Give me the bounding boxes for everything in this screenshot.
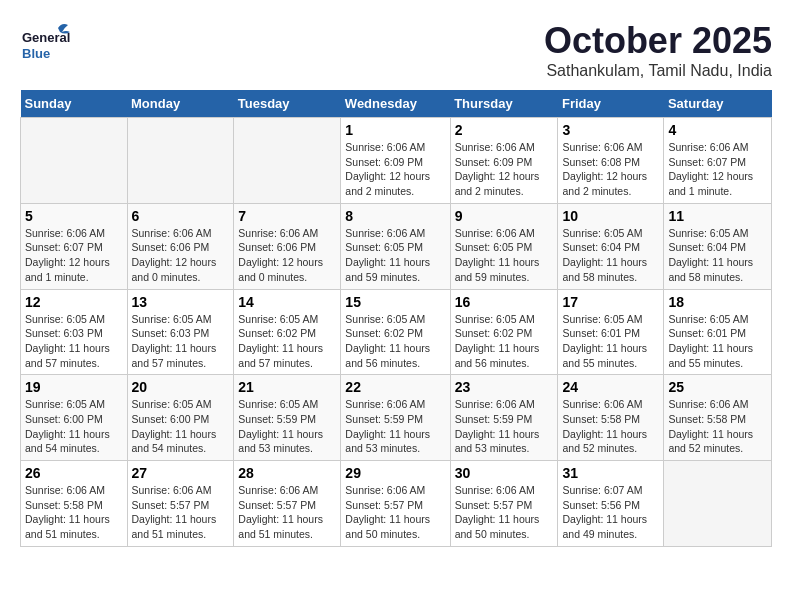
header-wednesday: Wednesday [341,90,450,118]
day-number: 2 [455,122,554,138]
day-cell: 24Sunrise: 6:06 AM Sunset: 5:58 PM Dayli… [558,375,664,461]
day-cell: 7Sunrise: 6:06 AM Sunset: 6:06 PM Daylig… [234,203,341,289]
day-number: 10 [562,208,659,224]
day-cell [234,118,341,204]
day-number: 26 [25,465,123,481]
day-number: 1 [345,122,445,138]
day-number: 19 [25,379,123,395]
day-cell [21,118,128,204]
day-cell: 21Sunrise: 6:05 AM Sunset: 5:59 PM Dayli… [234,375,341,461]
week-row-2: 5Sunrise: 6:06 AM Sunset: 6:07 PM Daylig… [21,203,772,289]
day-cell: 15Sunrise: 6:05 AM Sunset: 6:02 PM Dayli… [341,289,450,375]
header-sunday: Sunday [21,90,128,118]
day-cell: 26Sunrise: 6:06 AM Sunset: 5:58 PM Dayli… [21,461,128,547]
day-info: Sunrise: 6:06 AM Sunset: 5:58 PM Dayligh… [25,483,123,542]
title-block: October 2025 Sathankulam, Tamil Nadu, In… [544,20,772,80]
header-tuesday: Tuesday [234,90,341,118]
day-number: 3 [562,122,659,138]
day-info: Sunrise: 6:06 AM Sunset: 5:57 PM Dayligh… [238,483,336,542]
day-number: 6 [132,208,230,224]
header-monday: Monday [127,90,234,118]
day-number: 21 [238,379,336,395]
day-cell: 22Sunrise: 6:06 AM Sunset: 5:59 PM Dayli… [341,375,450,461]
day-info: Sunrise: 6:06 AM Sunset: 6:07 PM Dayligh… [25,226,123,285]
day-cell: 3Sunrise: 6:06 AM Sunset: 6:08 PM Daylig… [558,118,664,204]
month-title: October 2025 [544,20,772,62]
day-info: Sunrise: 6:06 AM Sunset: 6:09 PM Dayligh… [345,140,445,199]
day-cell: 31Sunrise: 6:07 AM Sunset: 5:56 PM Dayli… [558,461,664,547]
day-number: 30 [455,465,554,481]
day-info: Sunrise: 6:06 AM Sunset: 5:57 PM Dayligh… [345,483,445,542]
day-number: 14 [238,294,336,310]
day-cell: 20Sunrise: 6:05 AM Sunset: 6:00 PM Dayli… [127,375,234,461]
day-cell: 19Sunrise: 6:05 AM Sunset: 6:00 PM Dayli… [21,375,128,461]
weekday-header-row: SundayMondayTuesdayWednesdayThursdayFrid… [21,90,772,118]
day-number: 12 [25,294,123,310]
day-info: Sunrise: 6:06 AM Sunset: 6:05 PM Dayligh… [345,226,445,285]
day-info: Sunrise: 6:06 AM Sunset: 6:07 PM Dayligh… [668,140,767,199]
day-number: 22 [345,379,445,395]
day-info: Sunrise: 6:06 AM Sunset: 5:57 PM Dayligh… [132,483,230,542]
day-info: Sunrise: 6:05 AM Sunset: 6:00 PM Dayligh… [25,397,123,456]
day-cell: 16Sunrise: 6:05 AM Sunset: 6:02 PM Dayli… [450,289,558,375]
day-number: 27 [132,465,230,481]
day-cell: 17Sunrise: 6:05 AM Sunset: 6:01 PM Dayli… [558,289,664,375]
day-number: 7 [238,208,336,224]
calendar-table: SundayMondayTuesdayWednesdayThursdayFrid… [20,90,772,547]
day-info: Sunrise: 6:06 AM Sunset: 5:57 PM Dayligh… [455,483,554,542]
logo: General Blue [20,20,70,74]
day-info: Sunrise: 6:05 AM Sunset: 6:02 PM Dayligh… [455,312,554,371]
day-number: 11 [668,208,767,224]
location: Sathankulam, Tamil Nadu, India [544,62,772,80]
day-info: Sunrise: 6:05 AM Sunset: 6:02 PM Dayligh… [238,312,336,371]
day-cell: 2Sunrise: 6:06 AM Sunset: 6:09 PM Daylig… [450,118,558,204]
day-number: 13 [132,294,230,310]
day-number: 29 [345,465,445,481]
day-info: Sunrise: 6:06 AM Sunset: 6:06 PM Dayligh… [238,226,336,285]
week-row-1: 1Sunrise: 6:06 AM Sunset: 6:09 PM Daylig… [21,118,772,204]
day-cell: 1Sunrise: 6:06 AM Sunset: 6:09 PM Daylig… [341,118,450,204]
day-cell: 13Sunrise: 6:05 AM Sunset: 6:03 PM Dayli… [127,289,234,375]
day-info: Sunrise: 6:06 AM Sunset: 5:58 PM Dayligh… [668,397,767,456]
day-cell: 8Sunrise: 6:06 AM Sunset: 6:05 PM Daylig… [341,203,450,289]
day-number: 24 [562,379,659,395]
day-info: Sunrise: 6:05 AM Sunset: 6:03 PM Dayligh… [25,312,123,371]
day-info: Sunrise: 6:06 AM Sunset: 5:59 PM Dayligh… [455,397,554,456]
day-info: Sunrise: 6:06 AM Sunset: 5:58 PM Dayligh… [562,397,659,456]
day-info: Sunrise: 6:06 AM Sunset: 6:09 PM Dayligh… [455,140,554,199]
day-number: 31 [562,465,659,481]
day-number: 25 [668,379,767,395]
day-info: Sunrise: 6:05 AM Sunset: 6:04 PM Dayligh… [668,226,767,285]
day-cell: 25Sunrise: 6:06 AM Sunset: 5:58 PM Dayli… [664,375,772,461]
day-number: 20 [132,379,230,395]
day-info: Sunrise: 6:05 AM Sunset: 6:00 PM Dayligh… [132,397,230,456]
day-cell: 28Sunrise: 6:06 AM Sunset: 5:57 PM Dayli… [234,461,341,547]
day-cell: 18Sunrise: 6:05 AM Sunset: 6:01 PM Dayli… [664,289,772,375]
day-number: 15 [345,294,445,310]
day-cell: 12Sunrise: 6:05 AM Sunset: 6:03 PM Dayli… [21,289,128,375]
day-info: Sunrise: 6:06 AM Sunset: 5:59 PM Dayligh… [345,397,445,456]
day-number: 5 [25,208,123,224]
day-number: 17 [562,294,659,310]
day-cell: 30Sunrise: 6:06 AM Sunset: 5:57 PM Dayli… [450,461,558,547]
day-number: 16 [455,294,554,310]
day-cell: 14Sunrise: 6:05 AM Sunset: 6:02 PM Dayli… [234,289,341,375]
week-row-3: 12Sunrise: 6:05 AM Sunset: 6:03 PM Dayli… [21,289,772,375]
header-saturday: Saturday [664,90,772,118]
day-number: 23 [455,379,554,395]
day-info: Sunrise: 6:06 AM Sunset: 6:06 PM Dayligh… [132,226,230,285]
day-info: Sunrise: 6:05 AM Sunset: 6:01 PM Dayligh… [562,312,659,371]
day-cell: 29Sunrise: 6:06 AM Sunset: 5:57 PM Dayli… [341,461,450,547]
day-info: Sunrise: 6:07 AM Sunset: 5:56 PM Dayligh… [562,483,659,542]
day-number: 28 [238,465,336,481]
day-cell: 5Sunrise: 6:06 AM Sunset: 6:07 PM Daylig… [21,203,128,289]
day-number: 18 [668,294,767,310]
page-header: General Blue October 2025 Sathankulam, T… [20,20,772,80]
day-info: Sunrise: 6:05 AM Sunset: 6:01 PM Dayligh… [668,312,767,371]
day-number: 9 [455,208,554,224]
week-row-5: 26Sunrise: 6:06 AM Sunset: 5:58 PM Dayli… [21,461,772,547]
logo-icon: General Blue [20,20,70,70]
day-cell: 10Sunrise: 6:05 AM Sunset: 6:04 PM Dayli… [558,203,664,289]
day-number: 4 [668,122,767,138]
day-info: Sunrise: 6:06 AM Sunset: 6:08 PM Dayligh… [562,140,659,199]
